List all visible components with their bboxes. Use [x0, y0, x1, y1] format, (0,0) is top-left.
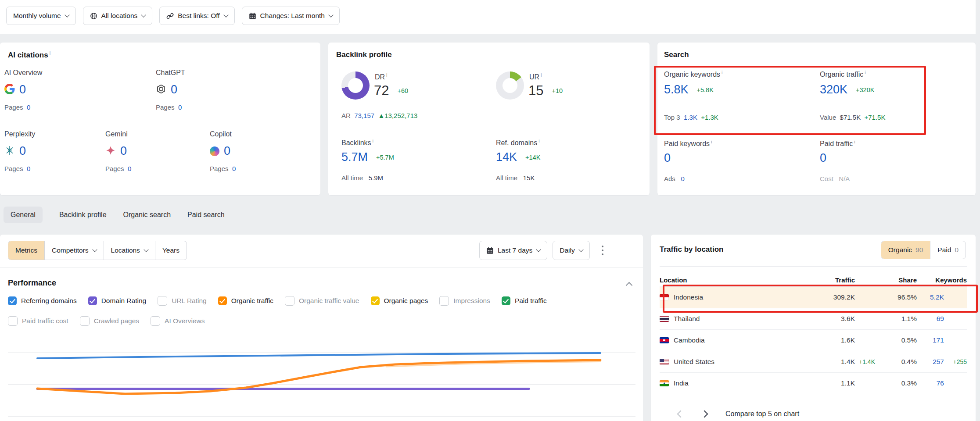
info-icon[interactable]	[48, 50, 50, 59]
checkbox-box[interactable]	[151, 316, 160, 326]
toggle-organic[interactable]: Organic 90	[881, 241, 930, 259]
pages-label: Pages	[105, 165, 124, 172]
organic-keywords-value[interactable]: 5.8K	[664, 83, 689, 96]
compare-top5-button[interactable]: Compare top 5 on chart	[725, 410, 799, 418]
toggle-paid[interactable]: Paid 0	[930, 241, 966, 259]
keywords-link[interactable]: 76	[917, 379, 944, 387]
gemini-icon	[105, 145, 116, 157]
performance-line-chart[interactable]	[0, 333, 643, 421]
checkbox-box[interactable]	[502, 296, 510, 305]
pagination-prev-button[interactable]	[677, 410, 685, 418]
checkbox-box[interactable]	[439, 296, 449, 306]
ar-value[interactable]: 73,157	[354, 112, 374, 119]
checkbox-organic-pages[interactable]: Organic pages	[371, 296, 428, 305]
checkbox-box[interactable]	[8, 296, 17, 305]
checkbox-domain-rating[interactable]: Domain Rating	[88, 296, 147, 305]
gemini-pages-value[interactable]: 0	[128, 165, 131, 172]
perplexity-value[interactable]: 0	[19, 144, 26, 158]
traffic-value-amount: $71.5K	[840, 114, 861, 121]
info-icon[interactable]	[537, 138, 539, 147]
location-name: Cambodia	[674, 336, 705, 344]
segment-competitors[interactable]: Competitors	[44, 241, 104, 260]
location-name: India	[674, 379, 689, 387]
changes-dropdown[interactable]: Changes: Last month	[242, 7, 340, 25]
checkbox-organic-traffic[interactable]: Organic traffic	[218, 296, 273, 305]
chatgpt-pages-value[interactable]: 0	[178, 103, 182, 111]
date-range-dropdown[interactable]: Last 7 days	[479, 241, 547, 260]
checkbox-url-rating[interactable]: URL Rating	[158, 296, 207, 306]
info-icon[interactable]	[853, 139, 855, 148]
checkbox-ai-overviews[interactable]: AI Overviews	[151, 316, 205, 326]
chatgpt-value[interactable]: 0	[171, 83, 177, 96]
locations-filter-dropdown[interactable]: All locations	[83, 7, 153, 25]
table-row-cambodia[interactable]: Cambodia 1.6K 0.5% 171	[660, 329, 967, 351]
organic-traffic-value[interactable]: 320K	[820, 83, 847, 96]
checkbox-box[interactable]	[80, 316, 90, 326]
thailand-flag-icon	[660, 316, 669, 322]
table-row-thailand[interactable]: Thailand 3.6K 1.1% 69	[660, 308, 967, 329]
table-row-indonesia[interactable]: Indonesia 309.2K 96.5% 5.2K	[660, 286, 967, 308]
gemini-value[interactable]: 0	[120, 144, 127, 158]
granularity-dropdown[interactable]: Daily	[553, 241, 589, 260]
top3-label: Top 3	[664, 114, 680, 121]
paid-keywords-value[interactable]: 0	[664, 151, 671, 165]
checkbox-box[interactable]	[218, 296, 227, 305]
best-links-dropdown[interactable]: Best links: Off	[159, 7, 234, 25]
table-row-united-states[interactable]: United States 1.4K +1.4K 0.4% 257 +255	[660, 351, 967, 372]
monthly-volume-dropdown[interactable]: Monthly volume	[6, 7, 76, 25]
ai-overview-value[interactable]: 0	[19, 83, 26, 96]
keywords-link[interactable]: 5.2K	[917, 293, 944, 301]
info-icon[interactable]	[371, 138, 373, 147]
perplexity-icon	[4, 145, 15, 157]
info-icon[interactable]	[863, 70, 865, 78]
paid-traffic-value[interactable]: 0	[820, 151, 826, 165]
checkbox-box[interactable]	[88, 296, 97, 305]
keywords-link[interactable]: 257	[917, 358, 944, 366]
more-options-button[interactable]	[595, 241, 610, 260]
tab-backlink-profile[interactable]: Backlink profile	[59, 207, 107, 223]
checkbox-box[interactable]	[158, 296, 167, 306]
keywords-link[interactable]: 69	[917, 315, 944, 323]
pages-label: Pages	[156, 103, 175, 111]
checkbox-label: Organic traffic value	[299, 297, 359, 305]
checkbox-paid-traffic-cost[interactable]: Paid traffic cost	[8, 316, 68, 326]
ref-domains-value[interactable]: 14K	[496, 150, 517, 164]
perplexity-pages-value[interactable]: 0	[27, 165, 30, 172]
ai-citations-card: AI citations AI Overview 0 Pages 0 ChatG…	[0, 43, 320, 195]
segment-years[interactable]: Years	[155, 241, 187, 260]
ai-overview-pages-value[interactable]: 0	[27, 103, 30, 111]
checkbox-organic-traffic-value[interactable]: Organic traffic value	[285, 296, 359, 306]
top3-value[interactable]: 1.3K	[684, 114, 697, 121]
divider	[0, 268, 643, 268]
checkbox-label: Domain Rating	[101, 297, 147, 305]
checkbox-box[interactable]	[371, 296, 380, 305]
best-links-label: Best links: Off	[178, 12, 219, 20]
table-row-india[interactable]: India 1.1K 0.3% 76	[660, 372, 967, 394]
checkbox-box[interactable]	[285, 296, 294, 306]
backlinks-value[interactable]: 5.7M	[341, 150, 368, 164]
segment-locations[interactable]: Locations	[104, 241, 155, 260]
checkbox-box[interactable]	[8, 316, 18, 326]
copilot-pages-value[interactable]: 0	[232, 165, 236, 172]
checkbox-impressions[interactable]: Impressions	[439, 296, 490, 306]
checkbox-label: URL Rating	[172, 297, 207, 305]
keywords-link[interactable]: 171	[917, 336, 944, 344]
ads-value[interactable]: 0	[681, 175, 684, 182]
pagination-next-button[interactable]	[701, 410, 708, 418]
info-icon[interactable]	[710, 139, 712, 148]
info-icon[interactable]	[385, 72, 387, 81]
copilot-value[interactable]: 0	[224, 144, 230, 158]
tab-general[interactable]: General	[4, 207, 43, 223]
ads-label: Ads	[664, 175, 675, 182]
checkbox-referring-domains[interactable]: Referring domains	[8, 296, 77, 305]
segment-metrics[interactable]: Metrics	[8, 241, 44, 260]
collapse-section-button[interactable]	[622, 281, 632, 289]
checkbox-crawled-pages[interactable]: Crawled pages	[80, 316, 139, 326]
ai-overview-label: AI Overview	[4, 69, 42, 77]
tab-organic-search[interactable]: Organic search	[123, 207, 171, 223]
tab-paid-search[interactable]: Paid search	[187, 207, 225, 223]
info-icon[interactable]	[720, 70, 722, 78]
info-icon[interactable]	[539, 72, 542, 81]
location-name: Thailand	[674, 315, 700, 323]
checkbox-paid-traffic[interactable]: Paid traffic	[502, 296, 547, 305]
